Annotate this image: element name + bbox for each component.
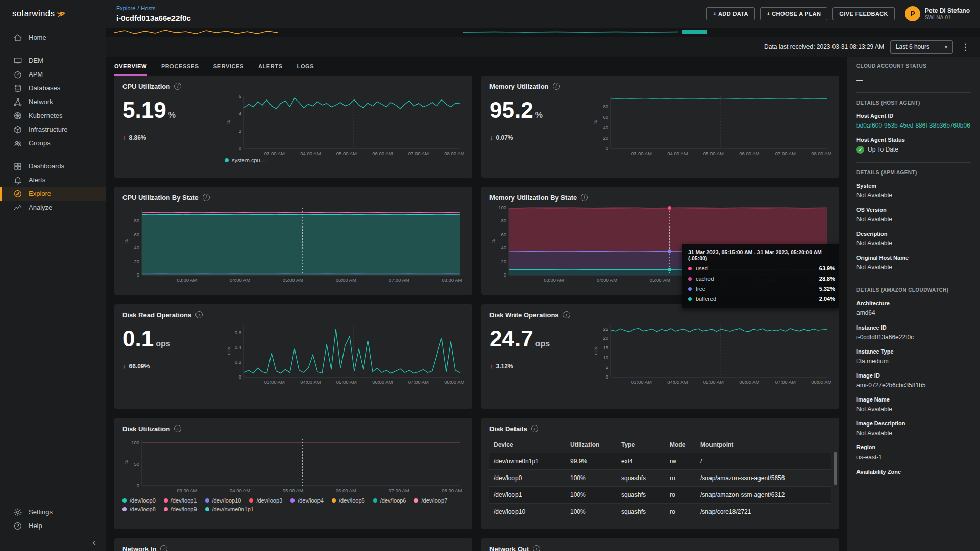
info-icon[interactable]: i (203, 194, 210, 201)
legend-dot (332, 498, 336, 503)
sidebar-item-explore[interactable]: Explore (0, 187, 106, 201)
legend-item[interactable]: /dev/loop8 (122, 506, 156, 512)
legend-item[interactable]: /dev/loop3 (249, 497, 282, 504)
series-dot (688, 297, 692, 301)
stat-left: 24.7ops ↑3.12% (489, 321, 592, 386)
info-icon[interactable]: i (533, 545, 540, 551)
legend-item[interactable]: /dev/loop5 (332, 497, 365, 504)
sidebar-item-dashboards[interactable]: Dashboards (0, 159, 106, 173)
tab-processes[interactable]: PROCESSES (161, 57, 199, 76)
breadcrumb-link-hosts[interactable]: Hosts (141, 5, 155, 11)
svg-text:0.2: 0.2 (235, 359, 241, 365)
kubernetes-icon (13, 111, 22, 120)
chart-tooltip: 31 Mar 2023, 05:15:00 AM - 31 Mar 2023, … (682, 244, 839, 308)
clipped-chart-strip (106, 28, 980, 37)
give-feedback-button[interactable]: GIVE FEEDBACK (832, 7, 895, 20)
svg-text:03:00 AM: 03:00 AM (631, 151, 652, 156)
stat-left: 0.1ops ↓66.09% (122, 321, 225, 386)
disk-write-card: Disk Write Operations i 24.7ops ↑3.12% (481, 304, 839, 409)
legend-item[interactable]: /dev/nvme0n1p1 (205, 506, 254, 512)
detail-item: Host Agent IDbd0af600-953b-45ed-886f-38b… (856, 113, 971, 130)
panel-section: DETAILS (AMAZON CLOUDWATCH)Architecturea… (856, 287, 971, 485)
detail-label: Image Name (856, 396, 971, 403)
disk-utilization-chart[interactable]: 05010003:00 AM04:00 AM05:00 AM06:00 AM07… (122, 435, 464, 494)
sidebar-collapse-icon[interactable]: ‹ (92, 537, 96, 547)
tab-alerts[interactable]: ALERTS (258, 57, 283, 76)
legend-item[interactable]: /dev/loop0 (122, 497, 156, 504)
help-icon (13, 521, 22, 531)
svg-text:25: 25 (603, 326, 608, 332)
table-cell: /dev/loop1 (489, 487, 566, 504)
legend-item[interactable]: /dev/loop1 (164, 497, 197, 504)
disk-read-chart[interactable]: 00.20.40.603:00 AM04:00 AM05:00 AM06:00 … (225, 321, 464, 386)
card-head: Disk Read Operations i (122, 310, 464, 319)
svg-text:07:00 AM: 07:00 AM (775, 151, 796, 156)
legend-item[interactable]: /dev/loop6 (373, 497, 406, 504)
memory-utilization-card: Memory Utilization i 95.2% ↓0.07% (481, 76, 839, 178)
time-range-select[interactable]: Last 6 hours ▾ (890, 40, 953, 54)
info-icon[interactable]: i (174, 425, 181, 432)
solarwinds-logo[interactable]: solarwinds ≫ (0, 0, 106, 28)
legend-item[interactable]: /dev/loop9 (164, 506, 197, 512)
table-row[interactable]: /dev/nvme0n1p199.9%ext4rw/ (489, 453, 831, 470)
svg-text:05:00 AM: 05:00 AM (703, 379, 724, 385)
choose-a-plan-button[interactable]: + CHOOSE A PLAN (760, 7, 827, 20)
memory-delta: ↓0.07% (489, 134, 592, 141)
sidebar-item-databases[interactable]: Databases (0, 81, 106, 95)
legend-dot (225, 158, 229, 162)
sidebar-item-kubernetes[interactable]: Kubernetes (0, 109, 106, 122)
sidebar-item-infrastructure[interactable]: Infrastructure (0, 122, 106, 136)
table-row[interactable]: /dev/loop1100%squashfsro/snap/amazon-ssm… (489, 487, 831, 504)
memory-chart[interactable]: 02040608003:00 AM04:00 AM05:00 AM06:00 A… (592, 93, 831, 157)
info-icon[interactable]: i (563, 311, 570, 318)
table-row[interactable]: /dev/loop0100%squashfsro/snap/amazon-ssm… (489, 470, 831, 487)
add-data-button[interactable]: + ADD DATA (706, 7, 755, 20)
svg-text:0: 0 (239, 145, 241, 151)
breadcrumb-link-explore[interactable]: Explore (116, 5, 135, 11)
sidebar-item-analyze[interactable]: Analyze (0, 201, 106, 214)
table-row[interactable]: /dev/loop10100%squashfsro/snap/core18/27… (489, 504, 831, 520)
detail-item: Availability Zone (856, 469, 971, 475)
tab-overview[interactable]: OVERVIEW (114, 57, 147, 76)
sidebar-item-home[interactable]: Home (0, 31, 106, 44)
topbar-left: Explore/Hosts i-0cdfd013a66e22f0c (116, 5, 191, 22)
sidebar-item-dem[interactable]: DEM (0, 54, 106, 67)
detail-label: Host Agent ID (856, 113, 971, 119)
cpu-by-state-chart[interactable]: 02040608003:00 AM04:00 AM05:00 AM06:00 A… (122, 204, 464, 284)
series-dot (688, 287, 692, 291)
sidebar-item-alerts[interactable]: Alerts (0, 173, 106, 187)
sidebar-item-help[interactable]: Help (0, 519, 106, 533)
card-head: Memory Utilization i (489, 82, 831, 91)
kebab-menu-icon[interactable]: ⋮ (959, 42, 972, 53)
tab-services[interactable]: SERVICES (213, 57, 244, 76)
legend-item[interactable]: /dev/loop7 (414, 497, 447, 504)
stat-row: 95.2% ↓0.07% 02040608003:00 AM04:00 AM05… (489, 93, 831, 157)
svg-text:80: 80 (134, 218, 139, 223)
disk-write-chart[interactable]: 051015202503:00 AM04:00 AM05:00 AM06:00 … (592, 321, 831, 386)
info-icon[interactable]: i (553, 83, 560, 90)
detail-item: Image IDami-0727e2b6cbc3581b5 (856, 372, 971, 389)
info-icon[interactable]: i (581, 194, 588, 201)
detail-value[interactable]: bd0af600-953b-45ed-886f-38b36b760b06 (856, 121, 971, 130)
sidebar-item-settings[interactable]: Settings (0, 505, 106, 519)
legend-item[interactable]: /dev/loop4 (290, 497, 324, 504)
sidebar-item-groups[interactable]: Groups (0, 136, 106, 150)
info-icon[interactable]: i (531, 425, 538, 432)
sidebar-item-apm[interactable]: APM (0, 67, 106, 81)
info-icon[interactable]: i (174, 83, 181, 90)
legend-item[interactable]: /dev/loop10 (205, 497, 241, 504)
cpu-chart[interactable]: 024603:00 AM04:00 AM05:00 AM06:00 AM07:0… (225, 93, 464, 157)
detail-value: t3a.medium (856, 357, 971, 365)
info-icon[interactable]: i (160, 545, 167, 551)
user-menu[interactable]: P Pete Di Stefano SWI-NA-01 (905, 6, 970, 21)
tab-logs[interactable]: LOGS (297, 57, 314, 76)
legend-item[interactable]: system.cpu.... (225, 157, 266, 163)
legend-dot (164, 498, 168, 503)
sidebar-item-network[interactable]: Network (0, 95, 106, 109)
table-scrollbar[interactable] (834, 452, 837, 485)
info-icon[interactable]: i (195, 311, 203, 318)
home-icon (13, 33, 22, 42)
tooltip-row: used63.9% (688, 265, 835, 271)
stat-row: 5.19% ↑8.86% 024603:00 AM04:00 AM05:00 A… (122, 93, 464, 157)
svg-text:05:00 AM: 05:00 AM (283, 488, 303, 493)
